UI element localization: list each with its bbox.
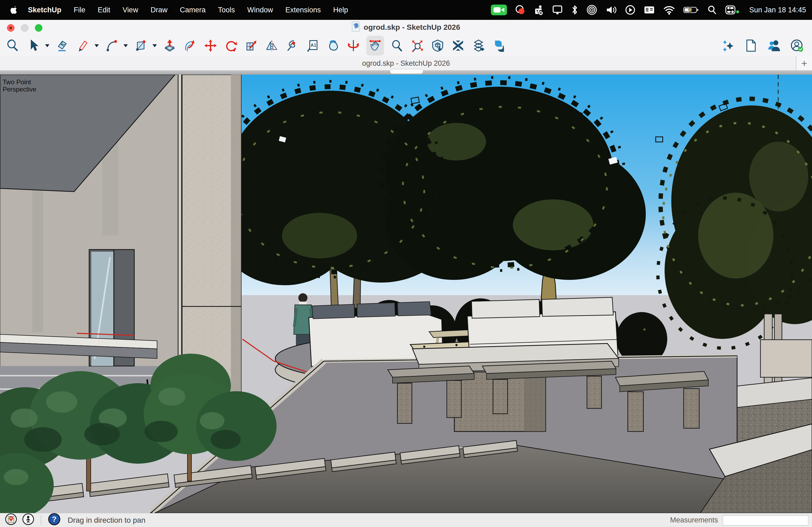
menu-item-help[interactable]: Help	[333, 6, 348, 14]
pan-tool-icon[interactable]	[366, 36, 384, 56]
facetime-camera-icon[interactable]	[491, 4, 507, 16]
chat-tool-icon[interactable]	[491, 38, 506, 53]
screen-recording-icon[interactable]	[514, 4, 526, 16]
select-dropdown-caret[interactable]	[44, 38, 51, 53]
collaborate-icon[interactable]	[766, 38, 781, 53]
document-tab[interactable]: ogrod.skp - SketchUp 2026	[362, 59, 450, 67]
menu-item-window[interactable]: Window	[247, 6, 273, 14]
window-titlebar: ogrod.skp - SketchUp 2026	[0, 20, 812, 35]
main-toolbar: A1	[0, 35, 812, 56]
zoom-tool-icon[interactable]	[389, 38, 404, 53]
wifi-icon[interactable]	[663, 4, 676, 16]
orbit-tool-icon[interactable]	[346, 38, 361, 53]
play-icon[interactable]	[625, 4, 636, 16]
menu-item-extensions[interactable]: Extensions	[286, 6, 321, 14]
rectangle-tool-icon[interactable]	[133, 38, 148, 53]
menu-item-camera[interactable]: Camera	[180, 6, 206, 14]
push-pull-tool-icon[interactable]	[162, 38, 177, 53]
input-source-icon[interactable]: T	[533, 4, 544, 16]
apple-menu-icon[interactable]	[9, 5, 17, 15]
small-tree-trunk	[86, 456, 91, 491]
window-tabbar: ogrod.skp - SketchUp 2026 +	[0, 56, 812, 70]
menu-item-view[interactable]: View	[123, 6, 138, 14]
zoom-extents-tool-icon[interactable]	[410, 38, 425, 53]
menu-item-tools[interactable]: Tools	[218, 6, 235, 14]
menu-item-edit[interactable]: Edit	[98, 6, 110, 14]
freehand-dropdown-caret[interactable]	[93, 38, 100, 53]
bluetooth-icon[interactable]	[570, 4, 579, 16]
statusbar-divider	[41, 515, 41, 525]
spotlight-icon[interactable]	[707, 4, 717, 16]
new-document-icon[interactable]	[743, 38, 758, 53]
tab-drag-pill[interactable]	[390, 69, 423, 74]
new-tab-button[interactable]: +	[796, 56, 812, 70]
rectangle-dropdown-caret[interactable]	[151, 38, 158, 53]
text-tool-icon[interactable]: A1	[305, 38, 320, 53]
menu-item-draw[interactable]: Draw	[151, 6, 168, 14]
rotate-tool-icon[interactable]	[223, 38, 238, 53]
svg-text:?: ?	[52, 515, 56, 523]
credits-icon[interactable]	[22, 513, 34, 527]
follow-me-tool-icon[interactable]	[183, 38, 198, 53]
model-viewport[interactable]: Two Point Perspective	[0, 75, 812, 513]
3d-warehouse-tool-icon[interactable]	[430, 38, 445, 53]
arc-tool-icon[interactable]	[104, 38, 119, 53]
geolocation-icon[interactable]	[5, 513, 17, 527]
measurements-label: Measurements	[670, 516, 718, 524]
ai-assistant-icon[interactable]	[720, 38, 735, 53]
battery-charging-icon[interactable]	[683, 4, 699, 16]
keyboard-icon[interactable]	[643, 4, 655, 16]
window-title: ogrod.skp - SketchUp 2026	[364, 23, 460, 32]
control-center-icon[interactable]	[725, 4, 740, 16]
freehand-tool-icon[interactable]	[75, 38, 90, 53]
sketchup-window: SketchUp File Edit View Draw Camera Tool…	[0, 0, 812, 527]
help-icon[interactable]: ?	[48, 513, 61, 527]
menu-app-name[interactable]: SketchUp	[28, 6, 61, 14]
select-tool-icon[interactable]	[26, 38, 41, 53]
camera-mode-label: Two Point Perspective	[3, 78, 59, 93]
volume-icon[interactable]	[605, 4, 617, 16]
menu-item-file[interactable]: File	[74, 6, 86, 14]
arc-dropdown-caret[interactable]	[122, 38, 129, 53]
minimize-button[interactable]	[21, 24, 28, 32]
paint-bucket-tool-icon[interactable]	[325, 38, 340, 53]
display-icon[interactable]	[552, 4, 563, 16]
sketchup-file-icon	[352, 21, 360, 33]
account-icon[interactable]	[789, 38, 804, 53]
search-tool-icon[interactable]	[5, 38, 20, 53]
svg-text:A1: A1	[310, 43, 316, 48]
measurements-input[interactable]	[723, 515, 808, 525]
menubar-clock[interactable]: Sun Jan 18 14:45	[749, 6, 806, 14]
move-tool-icon[interactable]	[203, 38, 218, 53]
model-scene	[0, 75, 812, 513]
fullscreen-button[interactable]	[35, 24, 42, 32]
tape-measure-tool-icon[interactable]	[285, 38, 300, 53]
extension-warehouse-tool-icon[interactable]	[451, 38, 466, 53]
macos-menubar: SketchUp File Edit View Draw Camera Tool…	[0, 0, 812, 20]
airdrop-icon[interactable]	[586, 4, 598, 16]
flip-tool-icon[interactable]	[264, 38, 279, 53]
svg-text:T: T	[536, 9, 539, 13]
share-model-tool-icon[interactable]	[471, 38, 486, 53]
tool-hint: Drag in direction to pan	[68, 516, 146, 525]
scale-tool-icon[interactable]	[244, 38, 259, 53]
eraser-tool-icon[interactable]	[55, 38, 70, 53]
close-button[interactable]	[7, 24, 14, 32]
statusbar: ? Drag in direction to pan Measurements	[0, 513, 812, 527]
